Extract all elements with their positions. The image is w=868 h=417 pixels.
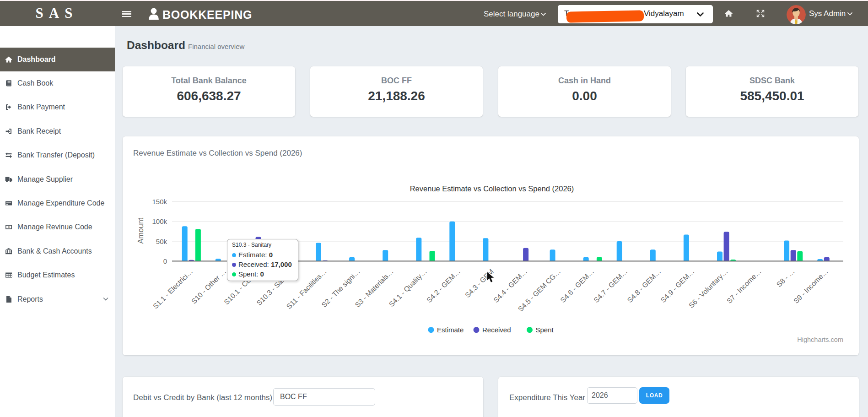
svg-text:0: 0 [8, 226, 9, 228]
svg-text:150k: 150k [152, 198, 167, 206]
svg-text:S4.7 - GEM…: S4.7 - GEM… [592, 267, 629, 304]
svg-text:S8 - …: S8 - … [775, 267, 796, 288]
svg-text:Spent: Spent [536, 326, 554, 334]
svg-text:S4.9 - GEM…: S4.9 - GEM… [659, 267, 695, 304]
svg-text:Amount: Amount [136, 217, 145, 244]
svg-text:S9 - Income…: S9 - Income… [792, 267, 830, 305]
svg-text:S4.6 - GEM…: S4.6 - GEM… [559, 267, 595, 304]
svg-text:50k: 50k [156, 238, 167, 245]
svg-text:S7 - Income…: S7 - Income… [725, 267, 763, 305]
svg-text:S4.8 - GEM…: S4.8 - GEM… [625, 267, 662, 304]
svg-text:100k: 100k [152, 217, 167, 225]
svg-text:Revenue Estimate vs Collection: Revenue Estimate vs Collection vs Spend … [410, 184, 574, 193]
svg-text:S4.2 - GEM…: S4.2 - GEM… [425, 267, 462, 304]
svg-text:S1.1 - Electrici…: S1.1 - Electrici… [151, 267, 194, 310]
svg-text:S4.3 - GEM: S4.3 - GEM [464, 267, 495, 299]
svg-text:Received: Received [482, 326, 511, 334]
svg-text:S10 - Other …: S10 - Other … [190, 267, 228, 305]
svg-text:S4.4 - GEM…: S4.4 - GEM… [492, 267, 528, 304]
svg-text:Highcharts.com: Highcharts.com [797, 336, 843, 343]
svg-text:0: 0 [163, 257, 167, 265]
svg-text:Estimate: Estimate [437, 326, 464, 334]
